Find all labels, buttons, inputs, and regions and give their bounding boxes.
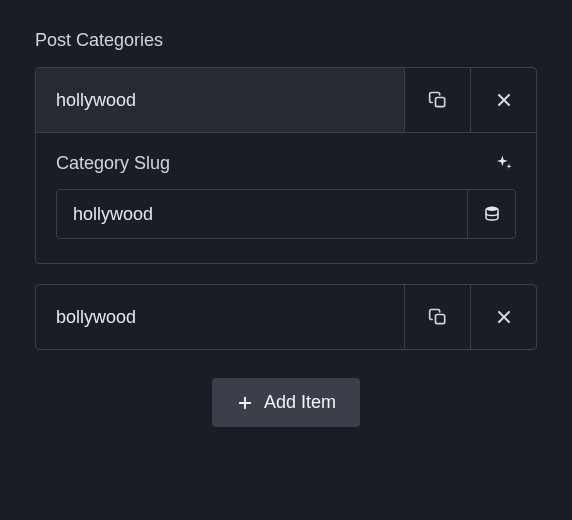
- svg-rect-4: [435, 315, 444, 324]
- copy-icon: [428, 90, 448, 110]
- svg-point-3: [486, 207, 498, 212]
- category-item-title: bollywood: [36, 285, 404, 349]
- slug-input[interactable]: [57, 190, 467, 238]
- close-icon: [494, 307, 514, 327]
- category-item: hollywood Category Slug: [35, 67, 537, 264]
- slug-input-wrap: [56, 189, 516, 239]
- copy-icon: [428, 307, 448, 327]
- close-icon: [494, 90, 514, 110]
- database-icon: [483, 205, 501, 223]
- remove-button[interactable]: [470, 68, 536, 132]
- category-item-body: Category Slug: [36, 132, 536, 263]
- svg-rect-0: [435, 98, 444, 107]
- duplicate-button[interactable]: [404, 68, 470, 132]
- category-item-title: hollywood: [36, 68, 404, 132]
- ai-generate-button[interactable]: [492, 151, 516, 175]
- category-item-header[interactable]: bollywood: [36, 285, 536, 349]
- field-label: Category Slug: [56, 153, 170, 174]
- category-item-header[interactable]: hollywood: [36, 68, 536, 132]
- category-item: bollywood: [35, 284, 537, 350]
- dynamic-data-button[interactable]: [467, 190, 515, 238]
- sparkle-icon: [494, 153, 514, 173]
- remove-button[interactable]: [470, 285, 536, 349]
- duplicate-button[interactable]: [404, 285, 470, 349]
- section-label: Post Categories: [35, 30, 537, 51]
- add-item-button[interactable]: Add Item: [212, 378, 360, 427]
- plus-icon: [236, 394, 254, 412]
- add-item-label: Add Item: [264, 392, 336, 413]
